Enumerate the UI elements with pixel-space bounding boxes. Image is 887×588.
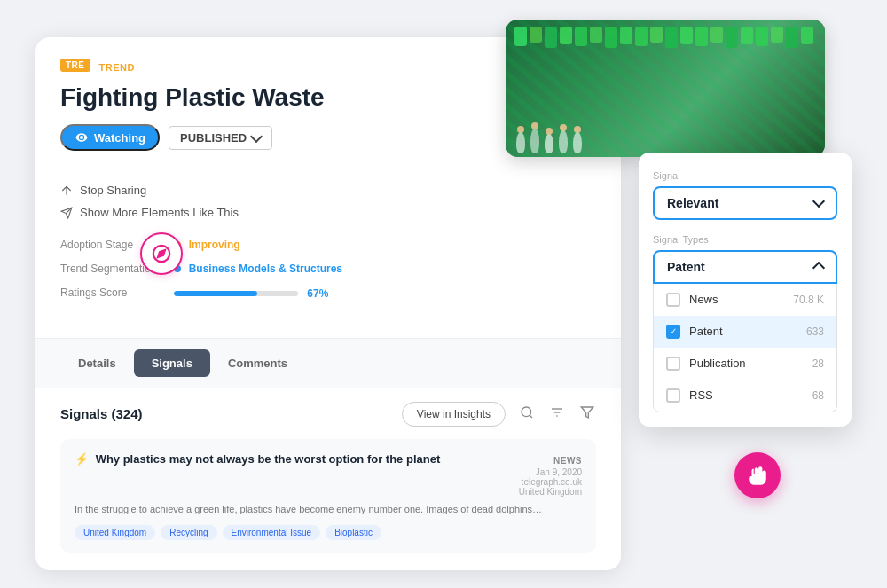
signal-select[interactable]: Relevant — [653, 186, 837, 220]
rating-pct: 67% — [307, 287, 328, 300]
signal-meta: NEWS Jan 9, 2020 telegraph.co.uk United … — [519, 451, 582, 497]
filter-button[interactable] — [578, 404, 596, 425]
news-label: News — [689, 293, 718, 306]
hero-image — [506, 20, 825, 157]
view-insights-button[interactable]: View in Insights — [402, 402, 506, 427]
dropdown-card: Signal Relevant Signal Types Patent News… — [639, 153, 852, 427]
tab-signals[interactable]: Signals — [134, 349, 210, 377]
rating-bar-fill — [174, 291, 257, 296]
signal-tags: United Kingdom Recycling Environmental I… — [75, 525, 582, 540]
show-more-action[interactable]: Show More Elements Like This — [60, 206, 596, 219]
chevron-down-icon — [250, 130, 263, 143]
signal-location: United Kingdom — [519, 487, 582, 497]
tab-details[interactable]: Details — [60, 349, 134, 377]
tag-recycling[interactable]: Recycling — [161, 525, 216, 540]
signal-types-header[interactable]: Patent — [653, 250, 837, 284]
publication-count: 28 — [812, 357, 824, 370]
hand-icon — [746, 464, 769, 487]
trend-label: TREND — [99, 62, 135, 73]
signal-type-rss[interactable]: RSS 68 — [654, 380, 836, 412]
news-checkbox[interactable] — [666, 293, 680, 307]
signal-description: In the struggle to achieve a green life,… — [75, 502, 582, 517]
svg-line-4 — [530, 415, 532, 418]
navigation-icon-button[interactable] — [140, 232, 183, 275]
signals-section: Signals (324) View in Insights — [35, 388, 621, 571]
signal-type-news[interactable]: News 70.8 K — [654, 284, 836, 316]
signal-type: NEWS — [553, 456, 582, 466]
tag-environmental[interactable]: Environmental Issue — [223, 525, 321, 540]
rss-count: 68 — [812, 389, 824, 402]
stop-sharing-action[interactable]: Stop Sharing — [60, 184, 596, 197]
sort-icon — [550, 405, 564, 419]
signal-dropdown-label: Signal — [653, 170, 837, 181]
chevron-down-icon — [812, 195, 825, 208]
rating-bar — [174, 291, 298, 296]
search-button[interactable] — [518, 404, 536, 425]
compass-icon — [152, 244, 171, 263]
action-row: Stop Sharing Show More Elements Like Thi… — [60, 184, 596, 219]
patent-checkbox[interactable]: ✓ — [666, 325, 680, 339]
watching-label: Watching — [94, 131, 145, 145]
publication-checkbox[interactable] — [666, 357, 680, 371]
adoption-stage-value: Improving — [174, 237, 596, 254]
tag-bioplastic[interactable]: Bioplastic — [326, 525, 381, 540]
rating-row: 67% — [174, 285, 596, 302]
signals-title: Signals (324) — [60, 406, 143, 421]
signal-types-label: Signal Types — [653, 234, 837, 245]
send-icon — [60, 207, 73, 219]
signal-select-value: Relevant — [667, 196, 718, 210]
signals-header: Signals (324) View in Insights — [60, 402, 596, 427]
svg-point-0 — [80, 136, 83, 139]
search-icon — [520, 405, 534, 419]
signals-actions: View in Insights — [402, 402, 596, 427]
signal-card-title: ⚡ Why plastics may not always be the wor… — [75, 451, 508, 467]
ratings-score-label: Ratings Score — [60, 285, 156, 302]
signal-source: telegraph.co.uk — [519, 477, 582, 487]
eye-icon — [75, 130, 89, 145]
svg-marker-10 — [158, 250, 165, 257]
watching-button[interactable]: Watching — [60, 124, 160, 151]
filter-sort-button[interactable] — [548, 404, 566, 425]
published-button[interactable]: PUBLISHED — [169, 126, 272, 150]
chevron-up-icon — [812, 262, 825, 274]
signal-card-header: ⚡ Why plastics may not always be the wor… — [75, 451, 582, 497]
stop-sharing-label: Stop Sharing — [80, 184, 146, 197]
share-icon — [60, 184, 73, 197]
rss-label: RSS — [689, 388, 713, 402]
divider — [35, 169, 621, 169]
signal-card: ⚡ Why plastics may not always be the wor… — [60, 439, 596, 553]
signal-types-selected: Patent — [667, 260, 705, 274]
hand-cursor-button[interactable] — [734, 452, 781, 498]
tag-uk[interactable]: United Kingdom — [75, 525, 155, 540]
patent-label: Patent — [689, 325, 723, 338]
signal-type-list: News 70.8 K ✓ Patent 633 Publication 28 … — [653, 284, 837, 412]
lightning-icon: ⚡ — [75, 452, 89, 466]
news-count: 70.8 K — [793, 294, 824, 306]
signal-type-publication[interactable]: Publication 28 — [654, 348, 836, 380]
trend-badge: TRE — [60, 59, 90, 72]
signal-date: Jan 9, 2020 — [519, 467, 582, 477]
filter-icon — [580, 405, 594, 419]
tabs-row: Details Signals Comments — [35, 338, 621, 388]
show-more-label: Show More Elements Like This — [80, 206, 239, 219]
tab-comments[interactable]: Comments — [210, 349, 305, 377]
rss-checkbox[interactable] — [666, 388, 680, 403]
publication-label: Publication — [689, 357, 746, 370]
svg-marker-8 — [581, 407, 593, 418]
signal-type-patent[interactable]: ✓ Patent 633 — [654, 316, 836, 348]
svg-point-3 — [522, 407, 531, 417]
trend-seg-value: Business Models & Structures — [174, 261, 596, 278]
published-label: PUBLISHED — [180, 131, 247, 145]
patent-count: 633 — [806, 325, 824, 338]
